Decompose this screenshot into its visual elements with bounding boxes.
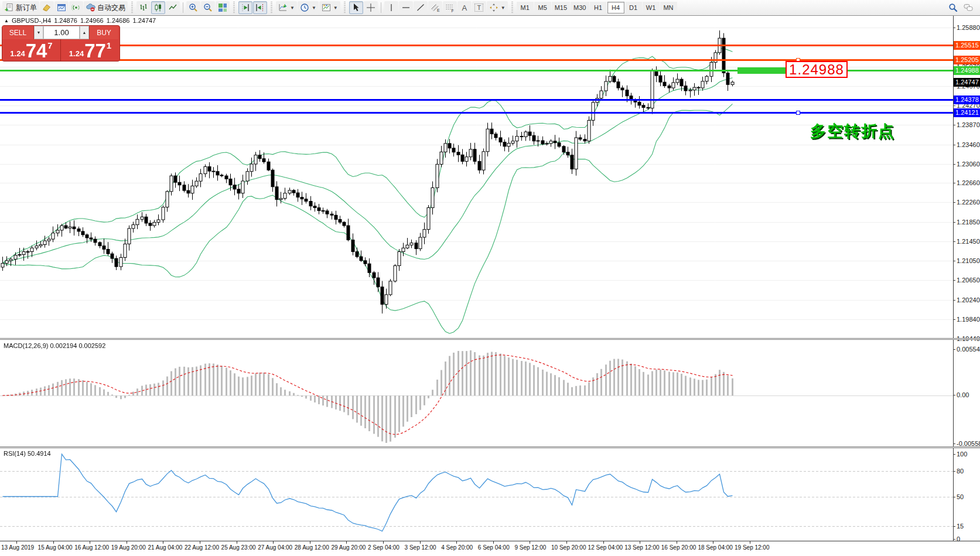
text-label-icon: T (474, 4, 483, 12)
sell-button[interactable]: SELL (2, 26, 34, 39)
indicators-icon: + (278, 3, 288, 12)
trendline-tool-button[interactable] (414, 1, 428, 14)
arrows-tool-button[interactable]: ▼ (487, 1, 508, 14)
collapse-arrow-icon[interactable]: ▲ (4, 18, 9, 23)
periods-clock-icon (300, 3, 309, 12)
new-order-button[interactable]: + 新订单 (2, 1, 39, 14)
timeframe-m30-button[interactable]: M30 (571, 2, 589, 13)
rsi-axis-tick-label: 100 (957, 451, 980, 458)
fibonacci-tool-button[interactable]: F (443, 1, 457, 14)
eraser-button[interactable] (40, 1, 54, 14)
symbol-title: GBPUSD-,H4 (12, 17, 51, 24)
timeframe-h4-button[interactable]: H4 (607, 2, 624, 13)
pane-separator-main-macd[interactable] (0, 338, 980, 340)
ohlc-low: 1.24686 (107, 17, 130, 24)
cursor-tool-button[interactable] (349, 1, 363, 14)
indicators-button[interactable]: + ▼ (276, 1, 297, 14)
dropdown-caret: ▼ (290, 5, 295, 11)
volume-input[interactable]: 1.00 (43, 26, 80, 39)
horizontal-level-line[interactable] (0, 99, 953, 101)
chat-icon[interactable] (964, 3, 973, 12)
chinese-note-text[interactable]: 多空转折点 (810, 121, 895, 142)
time-axis-label: 22 Aug 12:00 (185, 544, 219, 551)
zoom-in-button[interactable] (186, 1, 200, 14)
chart-area: 13 Aug 201915 Aug 04:0016 Aug 12:0019 Au… (0, 16, 980, 556)
sell-price-display[interactable]: 1.24 74 7 (2, 39, 61, 62)
chart-window-button[interactable] (54, 1, 69, 14)
eraser-icon (42, 3, 52, 12)
price-annotation-box[interactable]: 1.24988 (786, 61, 848, 78)
zoom-out-button[interactable] (201, 1, 215, 14)
text-label-tool-button[interactable]: T (472, 1, 486, 14)
support-zone-rect[interactable] (737, 67, 793, 74)
bar-chart-type-button[interactable] (136, 1, 151, 14)
time-axis-tick-mark (456, 541, 457, 544)
timeframe-h1-button[interactable]: H1 (590, 2, 607, 13)
price-axis-tick-mark (953, 280, 955, 281)
time-axis-label: 9 Sep 12:00 (514, 544, 546, 551)
price-axis-tick-label: 1.23060 (957, 161, 980, 168)
price-axis-tick-mark (953, 241, 955, 242)
pane-separator-macd-rsi[interactable] (0, 446, 980, 448)
timeframe-m5-button[interactable]: M5 (534, 2, 551, 13)
bar-chart-icon (139, 3, 148, 12)
price-level-badge: 1.24378 (954, 95, 980, 104)
crosshair-tool-button[interactable] (364, 1, 378, 14)
horizontal-line-icon (401, 3, 411, 12)
macd-canvas[interactable] (0, 340, 953, 447)
time-axis-label: 6 Sep 04:00 (478, 544, 510, 551)
signal-button[interactable] (69, 1, 83, 14)
crosshair-icon (366, 3, 375, 12)
auto-scroll-button[interactable] (238, 1, 252, 14)
search-icon[interactable] (948, 3, 958, 12)
autotrade-button[interactable]: 自动交易 (84, 1, 128, 14)
toolbar-grip (269, 2, 274, 13)
horizontal-line-tool-button[interactable] (399, 1, 413, 14)
timeframe-w1-button[interactable]: W1 (643, 2, 660, 13)
time-axis-label: 13 Aug 2019 (1, 544, 34, 551)
price-axis-tick-label: 1.22660 (957, 179, 980, 186)
rsi-canvas[interactable] (0, 448, 953, 540)
macd-axis-tick-mark (953, 395, 955, 395)
price-axis-tick-mark (953, 145, 955, 145)
periods-button[interactable]: ▼ (298, 1, 319, 14)
price-axis-line (953, 16, 954, 541)
timeframe-m15-button[interactable]: M15 (552, 2, 570, 13)
time-axis-label: 28 Aug 12:00 (295, 544, 329, 551)
text-tool-button[interactable]: A (457, 1, 472, 14)
buy-button[interactable]: BUY (89, 26, 118, 39)
svg-text:+: + (283, 3, 286, 9)
time-axis-label: 12 Sep 04:00 (588, 544, 623, 551)
horizontal-level-line[interactable] (0, 45, 953, 46)
volume-increase-button[interactable]: ▲ (80, 26, 89, 39)
time-axis-label: 21 Aug 04:00 (148, 544, 182, 551)
sell-price-big: 74 (26, 42, 47, 60)
templates-button[interactable]: ▼ (319, 1, 340, 14)
rsi-label: RSI(14) 50.4914 (4, 450, 51, 457)
price-level-badge: 1.24121 (954, 108, 980, 117)
horizontal-level-line[interactable] (0, 112, 953, 114)
buy-price-pip: 1 (107, 40, 111, 50)
tile-windows-button[interactable] (216, 1, 230, 14)
timeframe-m1-button[interactable]: M1 (517, 2, 534, 13)
one-click-trade-panel: SELL ▼ 1.00 ▲ BUY 1.24 74 7 1.24 77 1 (2, 25, 120, 62)
price-axis-tick-mark (953, 222, 955, 223)
timeframe-mn-button[interactable]: MN (660, 2, 677, 13)
channel-tool-button[interactable]: E (428, 1, 442, 14)
time-axis-tick-mark (90, 541, 90, 544)
price-axis-tick-label: 1.19840 (957, 316, 980, 323)
time-axis[interactable]: 13 Aug 201915 Aug 04:0016 Aug 12:0019 Au… (0, 541, 980, 556)
candlestick-chart-type-button[interactable] (151, 1, 165, 14)
ohlc-close: 1.24747 (132, 17, 156, 24)
signal-icon (71, 3, 81, 12)
line-chart-type-button[interactable] (166, 1, 180, 14)
volume-decrease-button[interactable]: ▼ (34, 26, 43, 39)
level-selection-handle[interactable] (796, 111, 800, 115)
chart-shift-button[interactable] (253, 1, 267, 14)
timeframe-d1-button[interactable]: D1 (625, 2, 642, 13)
buy-price-display[interactable]: 1.24 77 1 (61, 39, 119, 62)
toolbar: + 新订单 自动交易 (0, 0, 980, 16)
time-axis-tick-mark (273, 541, 274, 544)
vertical-line-tool-button[interactable] (384, 1, 398, 14)
price-axis-tick-mark (953, 300, 955, 301)
